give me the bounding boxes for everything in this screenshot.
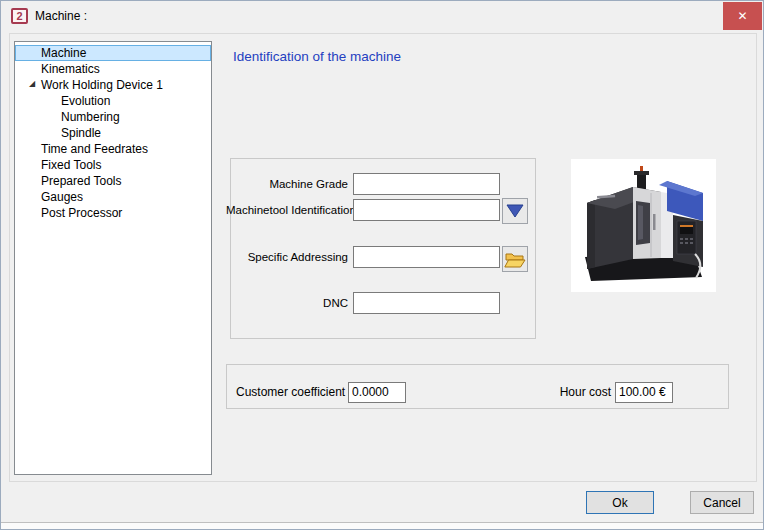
- customer-coefficient-input[interactable]: [348, 382, 406, 403]
- dnc-input[interactable]: [353, 292, 500, 314]
- tree-item-prepared-tools[interactable]: Prepared Tools: [15, 173, 211, 189]
- tree-item-post-processor[interactable]: Post Processor: [15, 205, 211, 221]
- tree-item-numbering[interactable]: Numbering: [15, 109, 211, 125]
- cancel-button[interactable]: Cancel: [690, 491, 754, 514]
- machinetool-dropdown-button[interactable]: [502, 198, 528, 224]
- dropdown-arrow-icon: [505, 202, 525, 220]
- machine-grade-row: Machine Grade: [226, 173, 500, 195]
- titlebar[interactable]: 2 Machine : ✕: [1, 1, 763, 32]
- tree-item-kinematics[interactable]: Kinematics: [15, 61, 211, 77]
- close-button[interactable]: ✕: [723, 2, 762, 30]
- machine-photo: [571, 159, 716, 292]
- customer-coefficient-label: Customer coefficient: [236, 385, 344, 399]
- hour-cost-label: Hour cost: [549, 385, 611, 399]
- hour-cost-input[interactable]: [615, 382, 673, 403]
- tree-item-time-and-feedrates[interactable]: Time and Feedrates: [15, 141, 211, 157]
- app-icon-glyph: 2: [16, 11, 22, 22]
- machinetool-identification-label: Machinetool Identification: [226, 204, 348, 216]
- machine-tree: Machine Kinematics ◢ Work Holding Device…: [14, 41, 212, 475]
- window-title: Machine :: [35, 9, 87, 23]
- dnc-row: DNC: [226, 292, 500, 314]
- expander-icon[interactable]: ◢: [29, 80, 35, 88]
- specific-addressing-input[interactable]: [353, 246, 500, 268]
- window-bottom-frame: [1, 522, 763, 529]
- specific-addressing-label: Specific Addressing: [226, 251, 348, 263]
- open-folder-icon: [504, 249, 526, 269]
- ok-button[interactable]: Ok: [586, 491, 654, 514]
- tree-item-gauges[interactable]: Gauges: [15, 189, 211, 205]
- tree-item-fixed-tools[interactable]: Fixed Tools: [15, 157, 211, 173]
- machine-dialog: 2 Machine : ✕ Machine Kinematics ◢ Work …: [0, 0, 764, 530]
- tree-item-evolution[interactable]: Evolution: [15, 93, 211, 109]
- tree-item-work-holding-device-1[interactable]: ◢ Work Holding Device 1: [15, 77, 211, 93]
- tree-item-spindle[interactable]: Spindle: [15, 125, 211, 141]
- cnc-machine-image: [571, 159, 716, 292]
- specific-addressing-row: Specific Addressing: [226, 246, 500, 268]
- close-icon: ✕: [737, 9, 747, 23]
- tree-item-machine[interactable]: Machine: [15, 45, 211, 61]
- page-title: Identification of the machine: [233, 49, 401, 64]
- dnc-label: DNC: [226, 297, 348, 309]
- machine-grade-input[interactable]: [353, 173, 500, 195]
- hour-cost-row: Hour cost: [549, 381, 673, 403]
- machine-grade-label: Machine Grade: [226, 178, 348, 190]
- machinetool-identification-row: Machinetool Identification: [226, 199, 500, 221]
- specific-addressing-browse-button[interactable]: [502, 246, 528, 272]
- customer-coefficient-row: Customer coefficient: [236, 381, 406, 403]
- machinetool-identification-input[interactable]: [353, 199, 500, 221]
- app-icon: 2: [11, 8, 28, 24]
